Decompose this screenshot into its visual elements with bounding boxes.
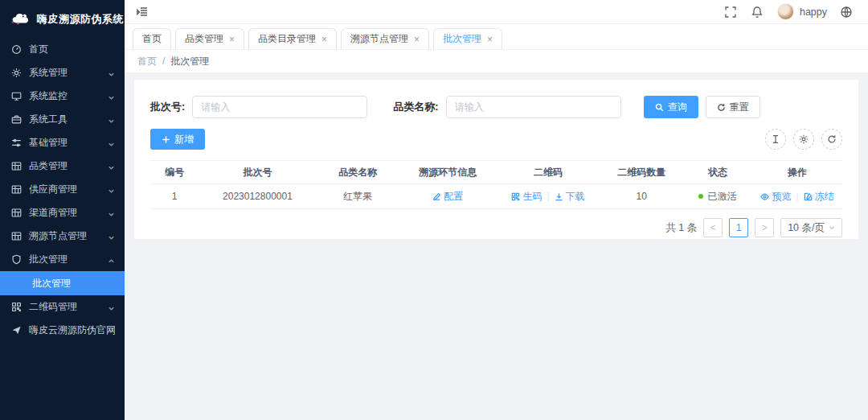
tab-category-catalog-management[interactable]: 品类目录管理 × — [248, 28, 337, 49]
refresh-button[interactable] — [821, 129, 842, 150]
close-icon[interactable]: × — [414, 35, 420, 44]
sidebar-subitem-label: 批次管理 — [32, 277, 71, 290]
breadcrumb-home[interactable]: 首页 — [137, 55, 157, 68]
cell-category-name: 红苹果 — [317, 190, 399, 204]
download-link[interactable]: 下载 — [555, 190, 585, 204]
globe-icon[interactable] — [840, 5, 854, 19]
chevron-down-icon — [108, 116, 115, 123]
sliders-icon — [11, 138, 22, 148]
sidebar-item-home[interactable]: 首页 — [0, 38, 125, 61]
sidebar-item-category-management[interactable]: 品类管理 — [0, 154, 125, 178]
table-settings-button[interactable] — [793, 129, 814, 150]
freeze-link[interactable]: 冻结 — [804, 190, 834, 204]
generate-code-link[interactable]: 生码 — [511, 190, 542, 204]
chevron-down-icon — [108, 233, 115, 240]
download-icon — [555, 192, 563, 201]
col-header-qrcode-count: 二维码数量 — [600, 166, 683, 179]
close-icon[interactable]: × — [487, 35, 493, 44]
current-page-button[interactable]: 1 — [729, 218, 748, 237]
sidebar-item-supplier-management[interactable]: 供应商管理 — [0, 178, 125, 201]
prev-page-button[interactable]: < — [703, 218, 723, 237]
page-size-select[interactable]: 10 条/页 — [780, 218, 842, 237]
dashboard-icon — [11, 44, 22, 55]
sidebar-item-system-monitor[interactable]: 系统监控 — [0, 84, 125, 108]
sidebar-item-basic-management[interactable]: 基础管理 — [0, 131, 125, 154]
tab-home[interactable]: 首页 — [133, 28, 171, 49]
col-header-status: 状态 — [683, 166, 752, 179]
sidebar-item-label: 首页 — [29, 43, 115, 56]
chevron-down-icon — [108, 139, 115, 146]
gear-icon — [799, 134, 809, 144]
plus-icon — [162, 135, 170, 144]
add-button[interactable]: 新增 — [150, 129, 205, 150]
tab-bar: 首页 品类管理 × 品类目录管理 × 溯源节点管理 × 批次管理 × — [125, 24, 868, 50]
sidebar-item-label: 嗨皮云溯源防伪官网 — [29, 323, 115, 337]
search-button[interactable]: 查询 — [644, 96, 698, 118]
avatar — [777, 3, 794, 20]
sidebar-item-system-management[interactable]: 系统管理 — [0, 61, 125, 84]
next-page-button[interactable]: > — [755, 218, 774, 237]
cell-actions: 预览 | 冻结 — [752, 190, 842, 204]
chevron-down-icon — [108, 69, 115, 76]
link-divider: | — [796, 191, 798, 202]
cell-status: 已激活 — [683, 190, 752, 204]
close-icon[interactable]: × — [229, 35, 235, 44]
tab-category-management[interactable]: 品类管理 × — [175, 28, 244, 49]
navbar-right: happy — [724, 3, 854, 20]
sidebar-item-official-site[interactable]: 嗨皮云溯源防伪官网 — [0, 319, 125, 342]
app-title: 嗨皮溯源防伪系统 — [37, 12, 124, 27]
table-icon — [11, 161, 22, 171]
sidebar-subitem-batch-management-active[interactable]: 批次管理 — [0, 271, 125, 295]
sidebar-item-label: 系统工具 — [29, 113, 108, 126]
filter-row: 批次号: 品类名称: 查询 重置 — [150, 96, 842, 118]
table-row: 1 2023012800001 红苹果 配置 生码 — [150, 184, 842, 209]
sidebar-item-channel-management[interactable]: 渠道商管理 — [0, 201, 125, 224]
preview-link[interactable]: 预览 — [760, 190, 791, 204]
sidebar-item-system-tools[interactable]: 系统工具 — [0, 108, 125, 131]
col-header-batch-no: 批次号 — [199, 166, 316, 179]
sidebar-item-label: 批次管理 — [29, 253, 108, 266]
table-icon — [11, 184, 22, 195]
username: happy — [800, 6, 827, 18]
batch-no-label: 批次号: — [150, 100, 185, 114]
tab-trace-node-management[interactable]: 溯源节点管理 × — [341, 28, 429, 49]
fullscreen-icon[interactable] — [724, 5, 738, 19]
column-settings-button[interactable] — [765, 129, 786, 150]
pagination: 共 1 条 < 1 > 10 条/页 — [150, 218, 842, 237]
table-icon — [11, 208, 22, 218]
content-area: 批次号: 品类名称: 查询 重置 新增 — [125, 72, 868, 420]
pagination-total: 共 1 条 — [665, 221, 697, 235]
batch-no-input[interactable] — [192, 96, 367, 118]
action-row: 新增 — [150, 129, 842, 150]
bell-icon[interactable] — [751, 5, 764, 19]
col-header-qrcode: 二维码 — [496, 166, 600, 179]
top-navbar: happy — [125, 0, 868, 24]
shield-icon — [11, 254, 22, 265]
sidebar-menu: 首页 系统管理 系统监控 系统工具 基础管理 品类管理 — [0, 38, 125, 420]
app-logo-row: 嗨皮溯源防伪系统 — [0, 0, 125, 38]
sidebar-item-trace-node-management[interactable]: 溯源节点管理 — [0, 224, 125, 248]
table-icon — [11, 231, 22, 241]
user-menu[interactable]: happy — [777, 3, 827, 20]
ibeam-icon — [771, 134, 780, 144]
chevron-down-icon — [108, 209, 115, 216]
paper-plane-icon — [11, 325, 22, 336]
breadcrumb: 首页 / 批次管理 — [125, 50, 868, 72]
tab-batch-management-active[interactable]: 批次管理 × — [433, 28, 502, 49]
monitor-icon — [11, 91, 22, 101]
sidebar-item-label: 渠道商管理 — [29, 206, 108, 220]
batch-management-card: 批次号: 品类名称: 查询 重置 新增 — [134, 80, 858, 239]
chevron-down-icon — [108, 186, 115, 193]
refresh-icon — [717, 103, 726, 112]
menu-fold-icon[interactable] — [136, 5, 150, 19]
sidebar-item-batch-management[interactable]: 批次管理 — [0, 248, 125, 271]
config-link[interactable]: 配置 — [432, 190, 463, 204]
cell-index: 1 — [150, 191, 199, 202]
search-icon — [655, 103, 664, 112]
category-name-input[interactable] — [446, 96, 621, 118]
close-icon[interactable]: × — [321, 35, 327, 44]
reset-button[interactable]: 重置 — [706, 96, 760, 118]
category-name-label: 品类名称: — [393, 100, 438, 114]
sidebar: 嗨皮溯源防伪系统 首页 系统管理 系统监控 系统工具 基础管理 — [0, 0, 125, 420]
sidebar-item-qrcode-management[interactable]: 二维码管理 — [0, 295, 125, 319]
